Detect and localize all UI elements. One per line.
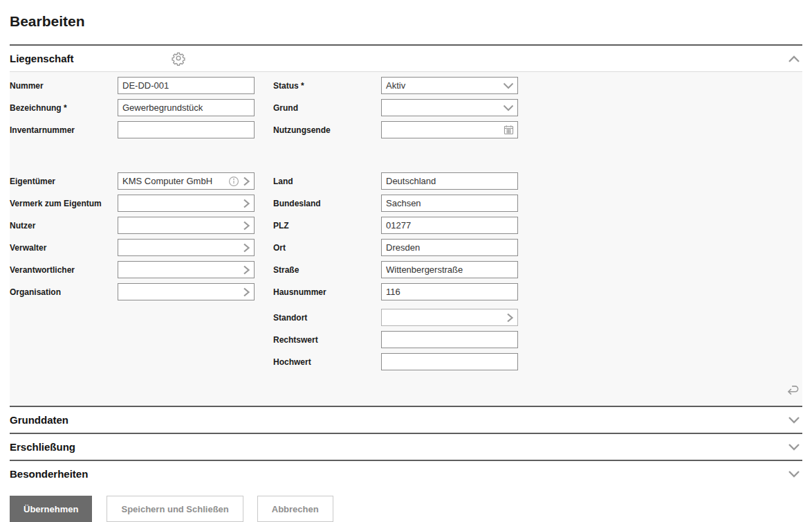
verwalter-label: Verwalter — [10, 243, 118, 253]
plz-input[interactable] — [382, 217, 517, 233]
organisation-label: Organisation — [10, 287, 118, 297]
form-row-bezeichnung: Bezeichnung * — [10, 99, 255, 116]
chevron-right-icon[interactable] — [242, 287, 251, 298]
rechtswert-input[interactable] — [382, 332, 517, 348]
inventarnummer-field[interactable] — [118, 121, 255, 138]
form-row-verwalter: Verwalter — [10, 239, 255, 256]
chevron-down-icon[interactable] — [787, 415, 802, 425]
hausnummer-label: Hausnummer — [273, 287, 381, 297]
plz-field[interactable] — [381, 217, 518, 234]
section-erschliessung: Erschließung — [10, 433, 802, 460]
chevron-right-icon[interactable] — [242, 220, 251, 231]
form-row-inventarnummer: Inventarnummer — [10, 121, 255, 138]
chevron-right-icon[interactable] — [242, 198, 251, 209]
standort-label: Standort — [273, 313, 381, 323]
nutzungsende-field[interactable] — [381, 121, 518, 138]
section-title: Liegenschaft — [10, 53, 74, 64]
eigentuemer-field[interactable] — [118, 172, 255, 190]
organisation-field[interactable] — [118, 283, 255, 300]
chevron-down-icon — [502, 82, 515, 90]
form-row-vermerk: Vermerk zum Eigentum — [10, 195, 255, 212]
save-and-close-button[interactable]: Speichern und Schließen — [107, 496, 243, 522]
inventarnummer-input[interactable] — [118, 122, 254, 138]
chevron-right-icon[interactable] — [506, 312, 515, 323]
status-label: Status * — [273, 81, 381, 91]
nutzungsende-input[interactable] — [382, 122, 503, 138]
form-row-status: Status * Aktiv — [273, 77, 518, 94]
bundesland-input[interactable] — [382, 195, 517, 211]
land-label: Land — [273, 177, 381, 186]
nutzer-field[interactable] — [118, 217, 255, 234]
verantwortlicher-field[interactable] — [118, 261, 255, 278]
plz-label: PLZ — [273, 221, 381, 231]
chevron-up-icon[interactable] — [787, 54, 802, 64]
form-row-hausnummer: Hausnummer — [273, 283, 518, 300]
section-liegenschaft-body: Nummer Bezeichnung * Inventarnummer — [10, 71, 802, 406]
form-row-nummer: Nummer — [10, 77, 255, 94]
hausnummer-field[interactable] — [381, 283, 518, 300]
eigentuemer-label: Eigentümer — [10, 177, 118, 186]
form-row-land: Land — [273, 172, 518, 190]
land-input[interactable] — [382, 173, 517, 189]
grund-select[interactable] — [381, 99, 518, 116]
chevron-down-icon[interactable] — [787, 469, 802, 479]
section-title: Erschließung — [10, 441, 75, 453]
apply-button[interactable]: Übernehmen — [10, 496, 92, 522]
hochwert-input[interactable] — [382, 354, 517, 370]
cancel-button[interactable]: Abbrechen — [257, 496, 333, 522]
standort-field[interactable] — [381, 309, 518, 326]
hochwert-label: Hochwert — [273, 357, 381, 367]
land-field[interactable] — [381, 172, 518, 190]
nutzer-input[interactable] — [118, 217, 242, 233]
settings-gear-icon[interactable] — [171, 51, 186, 69]
bezeichnung-input[interactable] — [118, 100, 254, 116]
info-circle-icon[interactable] — [228, 175, 240, 188]
chevron-right-icon[interactable] — [242, 176, 251, 187]
nummer-field[interactable] — [118, 77, 255, 94]
section-liegenschaft-header[interactable]: Liegenschaft — [10, 46, 802, 71]
strasse-input[interactable] — [382, 262, 517, 278]
form-row-hochwert: Hochwert — [273, 353, 518, 370]
section-grunddaten-header[interactable]: Grunddaten — [10, 407, 802, 433]
ort-input[interactable] — [382, 240, 517, 255]
verwalter-input[interactable] — [118, 240, 242, 255]
strasse-field[interactable] — [381, 261, 518, 278]
verantwortlicher-label: Verantwortlicher — [10, 265, 118, 275]
bezeichnung-field[interactable] — [118, 99, 255, 116]
standort-input[interactable] — [382, 309, 506, 325]
verwalter-field[interactable] — [118, 239, 255, 256]
undo-return-icon[interactable] — [785, 382, 801, 400]
nummer-input[interactable] — [118, 78, 254, 93]
calendar-icon[interactable] — [503, 124, 515, 136]
nutzungsende-label: Nutzungsende — [273, 125, 381, 135]
grund-label: Grund — [273, 103, 381, 113]
form-row-grund: Grund — [273, 99, 518, 116]
action-bar: Übernehmen Speichern und Schließen Abbre… — [10, 496, 802, 522]
bundesland-field[interactable] — [381, 195, 518, 212]
chevron-down-icon[interactable] — [787, 442, 802, 452]
section-besonderheiten: Besonderheiten — [10, 460, 802, 487]
hochwert-field[interactable] — [381, 353, 518, 370]
form-row-nutzungsende: Nutzungsende — [273, 121, 518, 138]
organisation-input[interactable] — [118, 284, 242, 300]
group-spacer — [273, 143, 518, 172]
chevron-right-icon[interactable] — [242, 242, 251, 253]
status-select[interactable]: Aktiv — [381, 77, 518, 94]
section-erschliessung-header[interactable]: Erschließung — [10, 434, 802, 460]
eigentuemer-input[interactable] — [118, 173, 228, 189]
bezeichnung-label: Bezeichnung * — [10, 103, 118, 113]
form-row-strasse: Straße — [273, 261, 518, 278]
hausnummer-input[interactable] — [382, 284, 517, 300]
verantwortlicher-input[interactable] — [118, 262, 242, 278]
form-row-nutzer: Nutzer — [10, 217, 255, 234]
rechtswert-field[interactable] — [381, 331, 518, 348]
bundesland-label: Bundesland — [273, 199, 381, 208]
vermerk-field[interactable] — [118, 195, 255, 212]
section-title: Besonderheiten — [10, 468, 88, 480]
vermerk-input[interactable] — [118, 195, 242, 211]
section-title: Grunddaten — [10, 414, 68, 426]
ort-field[interactable] — [381, 239, 518, 256]
section-besonderheiten-header[interactable]: Besonderheiten — [10, 461, 802, 487]
chevron-right-icon[interactable] — [242, 264, 251, 276]
inventarnummer-label: Inventarnummer — [10, 125, 118, 135]
